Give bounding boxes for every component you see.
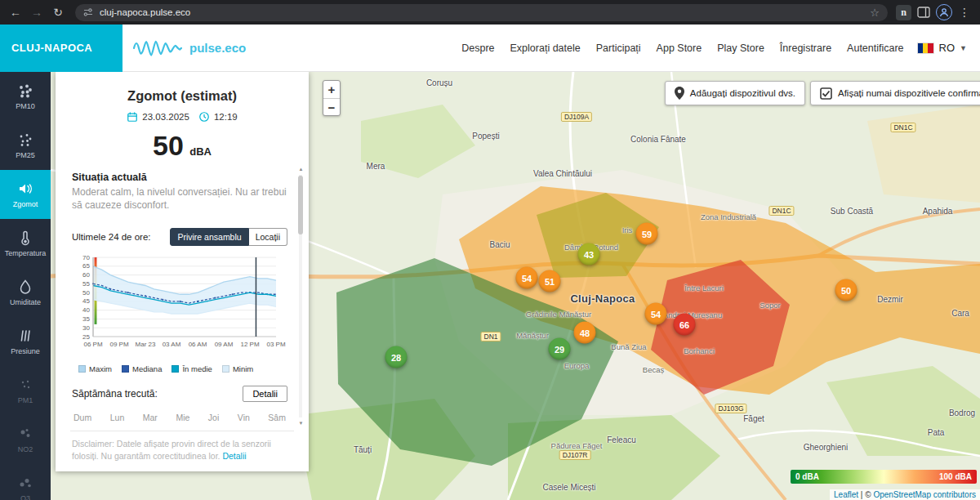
o3-icon: [17, 475, 33, 491]
nav-autentificare[interactable]: Autentificare: [847, 42, 903, 54]
nav-despre[interactable]: Despre: [461, 42, 494, 54]
weekday-label: Mie: [176, 413, 189, 422]
disclaimer-details-link[interactable]: Detalii: [222, 451, 246, 461]
checkbox-checked-icon: [820, 87, 832, 100]
svg-text:09 AM: 09 AM: [215, 341, 234, 348]
disclaimer-label: Disclaimer:: [72, 439, 114, 449]
scroll-up-icon[interactable]: ▲: [296, 167, 305, 172]
sidebar-item-no2[interactable]: NO2: [0, 415, 51, 464]
noise-marker[interactable]: 48: [574, 322, 596, 344]
city-badge[interactable]: CLUJ-NAPOCA: [0, 25, 122, 72]
scale-min: 0 dBA: [795, 472, 819, 481]
noise-marker[interactable]: 54: [645, 303, 667, 325]
tab-locations[interactable]: Locații: [249, 228, 287, 246]
nav-explora-i-datele[interactable]: Explorați datele: [510, 42, 581, 54]
location-pin-icon: [675, 87, 684, 100]
confirmed-devices-toggle[interactable]: Afișați numai dispozitivele confirmate: [810, 81, 980, 105]
legend-item: Minim: [222, 364, 253, 373]
sidebar-item-label: Presiune: [11, 347, 40, 355]
noise-marker[interactable]: 51: [539, 270, 561, 292]
menu-icon[interactable]: ⋮: [956, 3, 973, 21]
noise-marker[interactable]: 29: [549, 338, 571, 360]
forward-button[interactable]: →: [28, 3, 46, 21]
chart-legend: MaximMedianaÎn medieMinim: [78, 364, 287, 373]
sidebar-item-label: PM10: [16, 102, 35, 110]
sidebar-item-umiditate[interactable]: Umiditate: [0, 268, 51, 317]
map-label: Baciu: [489, 240, 510, 249]
presiune-icon: [17, 328, 33, 344]
noise-marker[interactable]: 28: [385, 346, 408, 368]
status-text: Moderat calm, la nivelul conversației. N…: [72, 185, 287, 212]
nav--nregistrare[interactable]: Înregistrare: [780, 42, 831, 54]
side-panel-icon[interactable]: [915, 3, 933, 21]
panel-scrollbar[interactable]: ▲ ▼: [296, 167, 305, 426]
svg-text:65: 65: [82, 263, 90, 270]
noise-marker[interactable]: 59: [636, 223, 658, 245]
map-label: Pădurea Făget: [551, 441, 603, 450]
sidebar-item-temperatura[interactable]: Temperatura: [0, 219, 51, 268]
noise-marker[interactable]: 43: [578, 243, 600, 266]
noise-scale-legend: 0 dBA 100 dBA: [791, 470, 977, 484]
legend-item: Mediana: [122, 364, 162, 373]
last-week-label: Săptămâna trecută:: [72, 388, 158, 400]
map-label: Cara: [951, 309, 969, 318]
scrollbar-thumb[interactable]: [298, 176, 303, 234]
sidebar-item-presiune[interactable]: Presiune: [0, 317, 51, 366]
nav-app-store[interactable]: App Store: [657, 42, 702, 54]
road-badge: DN1C: [768, 206, 794, 216]
map-label: Feleacu: [607, 435, 636, 444]
osm-link[interactable]: OpenStreetMap contributors: [873, 490, 976, 499]
sidebar-item-label: Zgomot: [13, 200, 38, 208]
map-label: Dezmir: [877, 295, 903, 304]
legend-item: În medie: [172, 364, 212, 373]
map-label: Bodrog: [949, 408, 975, 417]
url-bar[interactable]: cluj-napoca.pulse.eco ☆: [75, 4, 888, 21]
svg-text:30: 30: [82, 324, 90, 332]
zoom-in-button[interactable]: +: [323, 81, 340, 98]
sidebar-item-o3[interactable]: O3: [0, 464, 51, 500]
refresh-button[interactable]: ↻: [49, 3, 67, 21]
sidebar-item-pm1[interactable]: PM1: [0, 366, 51, 415]
logo[interactable]: pulse.eco: [132, 37, 246, 60]
sidebar-item-zgomot[interactable]: Zgomot: [0, 170, 51, 219]
details-button[interactable]: Detalii: [243, 386, 287, 402]
bookmark-star-icon[interactable]: ☆: [870, 7, 880, 19]
noise-marker[interactable]: 54: [516, 267, 538, 289]
tab-overview[interactable]: Privire ansamblu: [170, 228, 248, 246]
nav-participa-i[interactable]: Participați: [596, 42, 641, 54]
leaflet-link[interactable]: Leaflet: [834, 490, 858, 499]
svg-text:12 PM: 12 PM: [240, 341, 259, 348]
extension-n-icon[interactable]: n: [896, 5, 911, 20]
legend-item: Maxim: [78, 364, 112, 373]
map-label: Gheorghieni: [804, 443, 848, 452]
language-selector[interactable]: RO ▼: [917, 42, 980, 54]
map-label: Sopor: [760, 301, 780, 310]
profile-icon[interactable]: [936, 4, 952, 20]
map-label: Apahida: [923, 207, 953, 216]
no2-icon: [17, 426, 33, 442]
weekday-label: Sâm: [268, 413, 286, 422]
sidebar-item-label: PM1: [18, 396, 33, 404]
svg-text:09 PM: 09 PM: [109, 341, 128, 348]
zoom-out-button[interactable]: −: [323, 98, 340, 115]
map-label: Mera: [367, 162, 385, 171]
sidebar-item-pm10[interactable]: PM10: [0, 72, 51, 121]
status-title: Situația actuală: [72, 172, 287, 183]
noise-marker[interactable]: 66: [674, 314, 696, 336]
nav-play-store[interactable]: Play Store: [717, 42, 764, 54]
zoom-control: + −: [323, 80, 341, 116]
chart: 7065605550454035302506 PM09 PMMar 2303 A…: [72, 252, 289, 362]
chevron-down-icon: ▼: [960, 44, 967, 52]
sidebar-item-pm25[interactable]: PM25: [0, 121, 51, 170]
site-info-icon[interactable]: [83, 7, 93, 17]
panel-date: 23.03.2025: [142, 112, 189, 122]
svg-text:06 PM: 06 PM: [83, 341, 102, 348]
map-label: Între Lacuri: [684, 283, 724, 292]
language-code: RO: [939, 42, 956, 54]
map-label: Valea Chintăului: [533, 169, 592, 178]
weekday-label: Mar: [143, 413, 158, 422]
back-button[interactable]: ←: [7, 3, 24, 21]
noise-marker[interactable]: 50: [835, 279, 858, 301]
scroll-down-icon[interactable]: ▼: [296, 421, 305, 426]
add-device-button[interactable]: Adăugați dispozitivul dvs.: [665, 81, 805, 105]
